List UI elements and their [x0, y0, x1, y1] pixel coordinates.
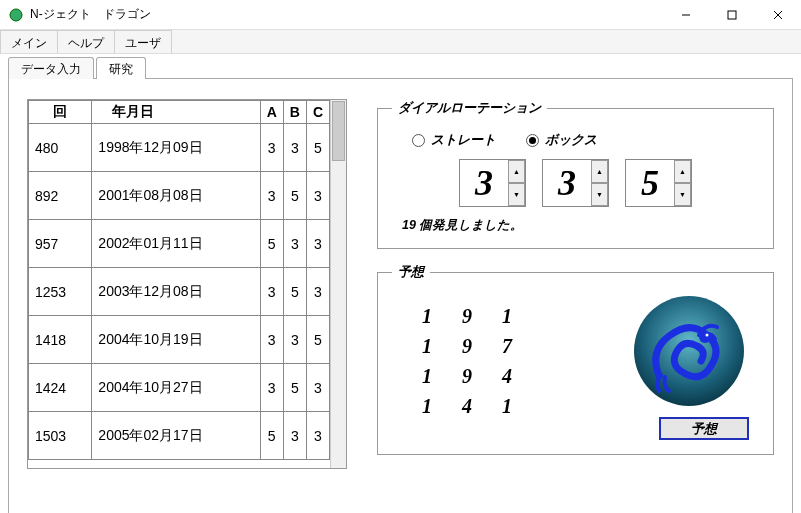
col-ymd-header: 年月日	[92, 101, 260, 124]
menu-main[interactable]: メイン	[0, 30, 58, 53]
spinner-b-down[interactable]: ▼	[591, 183, 608, 206]
spinner-a-value[interactable]: 3	[460, 162, 508, 204]
dragon-icon	[629, 291, 749, 411]
cell-c: 3	[306, 364, 329, 412]
cell-round: 957	[29, 220, 92, 268]
spinner-b-up[interactable]: ▲	[591, 160, 608, 183]
cell-c: 3	[306, 172, 329, 220]
content-area: 回 年月日 A B C 4801998年12月09日3358922001年08月…	[8, 78, 793, 513]
spinner-c-up[interactable]: ▲	[674, 160, 691, 183]
table-row[interactable]: 8922001年08月08日353	[29, 172, 330, 220]
cell-b: 3	[283, 220, 306, 268]
predict-digit: 4	[462, 395, 472, 418]
radio-circle-icon	[412, 134, 425, 147]
cell-ymd: 2001年08月08日	[92, 172, 260, 220]
svg-point-6	[699, 331, 711, 343]
svg-point-5	[634, 296, 744, 406]
cell-a: 3	[260, 268, 283, 316]
titlebar: N-ジェクト ドラゴン	[0, 0, 801, 30]
cell-b: 5	[283, 268, 306, 316]
dial-rotation-group: ダイアルローテーション ストレート ボックス 3 ▲ ▼	[377, 99, 774, 249]
close-button[interactable]	[755, 0, 801, 29]
tabs: データ入力 研究	[8, 56, 801, 78]
history-table: 回 年月日 A B C 4801998年12月09日3358922001年08月…	[28, 100, 330, 460]
tab-data-input[interactable]: データ入力	[8, 57, 94, 79]
predict-digit: 1	[422, 335, 432, 358]
cell-round: 1253	[29, 268, 92, 316]
predict-digit: 4	[502, 365, 512, 388]
dial-legend: ダイアルローテーション	[392, 99, 547, 117]
table-row[interactable]: 12532003年12月08日353	[29, 268, 330, 316]
dial-status: 19 個発見しました。	[402, 217, 759, 234]
svg-rect-2	[728, 11, 736, 19]
table-scrollbar[interactable]	[330, 100, 346, 468]
minimize-button[interactable]	[663, 0, 709, 29]
radio-box[interactable]: ボックス	[526, 131, 597, 149]
tab-research[interactable]: 研究	[96, 57, 146, 79]
table-row[interactable]: 14242004年10月27日353	[29, 364, 330, 412]
cell-ymd: 2003年12月08日	[92, 268, 260, 316]
maximize-button[interactable]	[709, 0, 755, 29]
cell-ymd: 2004年10月19日	[92, 316, 260, 364]
radio-straight[interactable]: ストレート	[412, 131, 496, 149]
window-controls	[663, 0, 801, 29]
menubar: メイン ヘルプ ユーザ	[0, 30, 801, 54]
svg-point-0	[10, 9, 22, 21]
predict-digit: 1	[422, 305, 432, 328]
scrollbar-thumb[interactable]	[332, 101, 345, 161]
table-row[interactable]: 4801998年12月09日335	[29, 124, 330, 172]
cell-a: 3	[260, 124, 283, 172]
menu-user[interactable]: ユーザ	[114, 30, 172, 53]
predict-row: 191	[422, 301, 512, 331]
cell-ymd: 2002年01月11日	[92, 220, 260, 268]
table-row[interactable]: 15032005年02月17日533	[29, 412, 330, 460]
radio-straight-label: ストレート	[431, 131, 496, 149]
spinner-c-down[interactable]: ▼	[674, 183, 691, 206]
spinner-c-value[interactable]: 5	[626, 162, 674, 204]
cell-a: 3	[260, 316, 283, 364]
window-title: N-ジェクト ドラゴン	[30, 6, 663, 23]
cell-b: 5	[283, 364, 306, 412]
cell-b: 3	[283, 412, 306, 460]
col-round-header: 回	[29, 101, 92, 124]
col-b-header: B	[283, 101, 306, 124]
spinner-a-up[interactable]: ▲	[508, 160, 525, 183]
predict-digit: 1	[422, 395, 432, 418]
cell-c: 3	[306, 412, 329, 460]
predict-row: 197	[422, 331, 512, 361]
spinner-b-value[interactable]: 3	[543, 162, 591, 204]
cell-ymd: 1998年12月09日	[92, 124, 260, 172]
predict-row: 141	[422, 391, 512, 421]
cell-c: 5	[306, 124, 329, 172]
spinner-c: 5 ▲ ▼	[625, 159, 692, 207]
predict-button[interactable]: 予想	[659, 417, 749, 440]
cell-round: 1424	[29, 364, 92, 412]
cell-ymd: 2004年10月27日	[92, 364, 260, 412]
predict-digit: 1	[422, 365, 432, 388]
menu-help[interactable]: ヘルプ	[57, 30, 115, 53]
cell-b: 3	[283, 124, 306, 172]
predict-digit: 7	[502, 335, 512, 358]
cell-a: 5	[260, 412, 283, 460]
spinner-a: 3 ▲ ▼	[459, 159, 526, 207]
right-column: ダイアルローテーション ストレート ボックス 3 ▲ ▼	[377, 99, 774, 497]
predict-digit: 1	[502, 305, 512, 328]
cell-b: 5	[283, 172, 306, 220]
history-table-container: 回 年月日 A B C 4801998年12月09日3358922001年08月…	[27, 99, 347, 469]
spinner-a-down[interactable]: ▼	[508, 183, 525, 206]
col-c-header: C	[306, 101, 329, 124]
cell-round: 1418	[29, 316, 92, 364]
table-row[interactable]: 9572002年01月11日533	[29, 220, 330, 268]
cell-round: 480	[29, 124, 92, 172]
svg-point-7	[706, 334, 709, 337]
predict-digit: 1	[502, 395, 512, 418]
cell-round: 892	[29, 172, 92, 220]
cell-a: 5	[260, 220, 283, 268]
cell-c: 3	[306, 268, 329, 316]
predict-numbers: 191197194141	[422, 301, 512, 421]
mode-radios: ストレート ボックス	[412, 131, 759, 149]
dial-spinners: 3 ▲ ▼ 3 ▲ ▼ 5 ▲ ▼	[392, 159, 759, 207]
cell-a: 3	[260, 172, 283, 220]
table-row[interactable]: 14182004年10月19日335	[29, 316, 330, 364]
predict-digit: 9	[462, 335, 472, 358]
